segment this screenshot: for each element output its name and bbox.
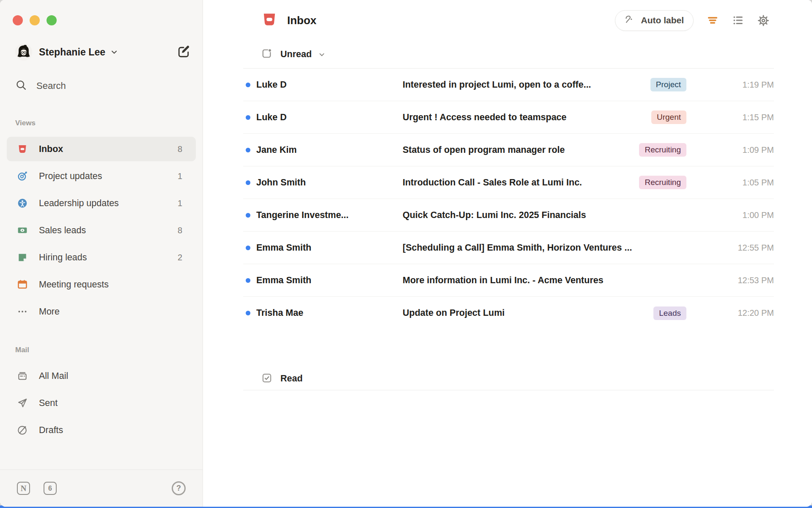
money-icon [17,225,28,236]
unread-count: 1 [178,171,186,181]
sidebar-section-views: Views Inbox 8 Project updates 1 Leadersh… [0,119,203,324]
main-header: Inbox Auto label [243,0,774,41]
email-sender: Tangerine Investme... [256,210,403,221]
unread-dot-icon [246,246,250,250]
note-icon [17,252,28,263]
unread-dot-icon [246,278,250,283]
email-row[interactable]: Trisha Mae Update on Project Lumi Leads … [243,297,774,329]
list-view-icon[interactable] [732,14,744,27]
filter-icon[interactable] [706,14,719,27]
email-subject: More information in Lumi Inc. - Acme Ven… [403,275,713,286]
email-row[interactable]: John Smith Introduction Call - Sales Rol… [243,166,774,199]
email-sender: Jane Kim [256,145,403,155]
unread-dot-icon [246,83,250,87]
sidebar-item-project-updates[interactable]: Project updates 1 [7,164,196,188]
email-time: 12:20 PM [713,308,774,318]
email-row[interactable]: Jane Kim Status of open program manager … [243,134,774,166]
close-window-button[interactable] [13,15,23,25]
sidebar-item-leadership-updates[interactable]: Leadership updates 1 [7,191,196,215]
email-label-badge: Recruiting [639,176,686,189]
email-time: 1:05 PM [713,178,774,188]
dots-icon [17,306,28,317]
sidebar-footer: N 6 ? [0,469,203,507]
sidebar-section-label: Views [15,119,203,127]
notion-logo-icon[interactable]: N [17,482,30,495]
inbox-icon [17,144,28,155]
email-subject: Update on Project Lumi [403,308,653,318]
unread-icon [261,48,272,61]
window-controls [0,0,203,25]
email-sender: Emma Smith [256,275,403,286]
unread-count: 8 [178,226,186,235]
user-name: Stephanie Lee [39,47,105,58]
notion-calendar-icon[interactable]: 6 [44,482,57,495]
sidebar-item-sent[interactable]: Sent [7,391,196,415]
inbox-icon [261,11,278,30]
avatar[interactable] [15,44,32,61]
email-subject: Quick Catch-Up: Lumi Inc. 2025 Financial… [403,210,713,221]
search-button[interactable]: Search [15,77,191,94]
zoom-window-button[interactable] [47,15,57,25]
minimize-window-button[interactable] [30,15,40,25]
allmail-icon [17,370,28,381]
email-list: Luke D Interested in project Lumi, open … [243,69,774,329]
email-row[interactable]: Tangerine Investme... Quick Catch-Up: Lu… [243,199,774,232]
email-time: 12:53 PM [713,276,774,285]
target-icon [17,171,28,182]
email-row[interactable]: Emma Smith [Scheduling a Call] Emma Smit… [243,232,774,264]
email-label-badge: Urgent [651,110,686,124]
account-switcher[interactable]: Stephanie Lee [15,44,191,61]
search-label: Search [36,80,66,91]
checkbox-checked-icon [261,373,272,385]
drafts-icon [17,425,28,436]
unread-dot-icon [246,213,250,218]
email-subject: Introduction Call - Sales Role at Lumi I… [403,177,639,188]
email-subject: Urgent ! Access needed to teamspace [403,112,651,123]
sidebar-nav: Views Inbox 8 Project updates 1 Leadersh… [0,119,203,442]
email-time: 1:19 PM [713,80,774,90]
unread-dot-icon [246,115,250,120]
sidebar-section-mail: Mail All Mail Sent Drafts [0,346,203,442]
unread-dot-icon [246,180,250,185]
inbox-panel: Inbox Auto label [203,0,812,507]
sidebar-item-more[interactable]: More [7,299,196,324]
email-subject: Status of open program manager role [403,145,639,155]
email-row[interactable]: Luke D Urgent ! Access needed to teamspa… [243,101,774,134]
email-sender: Trisha Mae [256,308,403,318]
sidebar: Stephanie Lee Search Views [0,0,203,507]
email-row[interactable]: Luke D Interested in project Lumi, open … [243,69,774,101]
email-row[interactable]: Emma Smith More information in Lumi Inc.… [243,264,774,297]
email-subject: [Scheduling a Call] Emma Smith, Horizon … [403,243,713,253]
notion-mail-window: Stephanie Lee Search Views [0,0,812,507]
sidebar-item-all-mail[interactable]: All Mail [7,364,196,388]
email-sender: Luke D [256,112,403,123]
sidebar-item-drafts[interactable]: Drafts [7,418,196,442]
read-group-title: Read [280,373,303,384]
compose-button[interactable] [176,45,191,59]
chevron-down-icon [110,47,119,57]
email-sender: Luke D [256,80,403,90]
auto-label-icon [625,14,636,27]
sidebar-item-sales-leads[interactable]: Sales leads 8 [7,218,196,243]
unread-count: 8 [178,144,186,154]
unread-group-title: Unread [280,49,312,60]
email-label-badge: Leads [653,306,686,320]
sidebar-item-hiring-leads[interactable]: Hiring leads 2 [7,245,196,270]
settings-gear-icon[interactable] [757,14,770,27]
auto-label-text: Auto label [641,15,684,25]
email-time: 12:55 PM [713,243,774,253]
help-button[interactable]: ? [172,481,186,495]
unread-count: 1 [178,199,186,208]
unread-group-header[interactable]: Unread [243,41,774,69]
sidebar-item-meeting-requests[interactable]: Meeting requests [7,272,196,297]
page-title: Inbox [287,14,316,27]
email-time: 1:09 PM [713,145,774,155]
unread-dot-icon [246,148,250,152]
sidebar-item-inbox[interactable]: Inbox 8 [7,137,196,161]
read-group-header[interactable]: Read [243,367,774,390]
email-label-badge: Recruiting [639,143,686,157]
sidebar-section-label: Mail [15,346,203,354]
auto-label-button[interactable]: Auto label [615,10,694,31]
email-label-badge: Project [650,78,686,91]
email-sender: John Smith [256,177,403,188]
